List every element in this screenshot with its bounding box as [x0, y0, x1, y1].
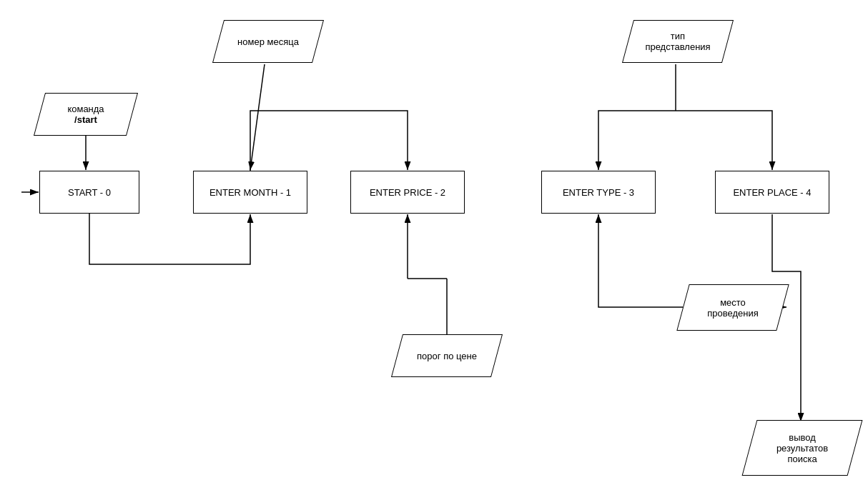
svg-line-3 [250, 64, 265, 170]
diagram: START - 0 ENTER MONTH - 1 ENTER PRICE - … [0, 0, 868, 495]
enter-place-box: ENTER PLACE - 4 [715, 171, 829, 214]
start-box: START - 0 [39, 171, 139, 214]
enter-type-box: ENTER TYPE - 3 [541, 171, 656, 214]
price-threshold-parallelogram: порог по цене [397, 334, 497, 377]
place-conduct-parallelogram: местопроведения [683, 284, 783, 331]
enter-month-box: ENTER MONTH - 1 [193, 171, 307, 214]
month-number-parallelogram: номер месяца [218, 20, 318, 63]
arrows-svg [0, 0, 868, 495]
enter-price-box: ENTER PRICE - 2 [350, 171, 465, 214]
type-repr-parallelogram: типпредставления [628, 20, 728, 63]
output-parallelogram: выводрезультатовпоиска [749, 420, 855, 476]
command-parallelogram: команда/start [39, 93, 132, 136]
